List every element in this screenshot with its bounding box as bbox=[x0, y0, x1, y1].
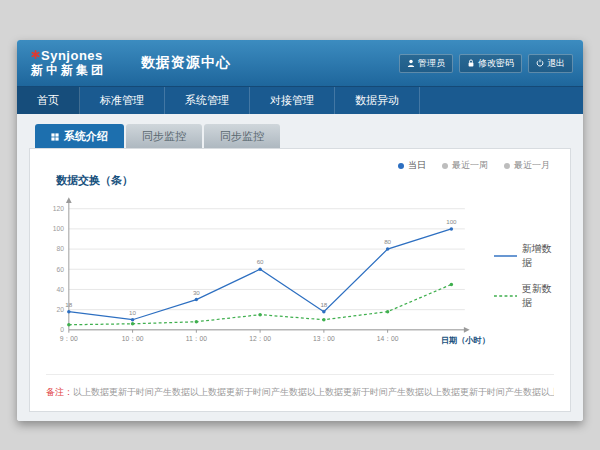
lock-icon bbox=[467, 59, 475, 67]
svg-text:12：00: 12：00 bbox=[249, 335, 271, 342]
svg-text:9：00: 9：00 bbox=[60, 335, 78, 342]
legend-filter-last-week[interactable]: 最近一周 bbox=[442, 159, 488, 172]
gray-dot-icon bbox=[504, 163, 510, 169]
gray-dot-icon bbox=[442, 163, 448, 169]
grid-icon bbox=[51, 133, 59, 141]
svg-text:20: 20 bbox=[57, 306, 65, 313]
svg-text:0: 0 bbox=[60, 326, 64, 333]
tab-system-intro-label: 系统介绍 bbox=[64, 129, 108, 144]
legend-filter-today-label: 当日 bbox=[408, 159, 426, 172]
app-header: Synjones 新中新集团 数据资源中心 管理员 修改密码 bbox=[17, 40, 583, 86]
nav-item-system-mgmt[interactable]: 系统管理 bbox=[165, 87, 250, 114]
tab-sync-monitor-1[interactable]: 同步监控 bbox=[126, 124, 202, 148]
tab-bar: 系统介绍 同步监控 同步监控 bbox=[35, 124, 571, 148]
svg-text:13：00: 13：00 bbox=[313, 335, 335, 342]
y-axis-title: 数据交换（条） bbox=[56, 173, 560, 188]
svg-text:100: 100 bbox=[446, 218, 457, 225]
admin-button[interactable]: 管理员 bbox=[399, 54, 453, 73]
logo-brand: Synjones bbox=[31, 49, 127, 63]
svg-text:18: 18 bbox=[65, 301, 72, 308]
series-legend: 新增数据 更新数据 bbox=[494, 242, 560, 310]
tab-system-intro[interactable]: 系统介绍 bbox=[35, 124, 124, 148]
footnote-prefix: 备注： bbox=[46, 387, 73, 397]
dashed-line-icon bbox=[494, 293, 517, 299]
svg-text:80: 80 bbox=[384, 238, 391, 245]
legend-update-data: 更新数据 bbox=[494, 282, 560, 310]
svg-text:40: 40 bbox=[57, 286, 65, 293]
legend-new-data-label: 新增数据 bbox=[522, 242, 560, 270]
svg-text:60: 60 bbox=[257, 258, 264, 265]
admin-button-label: 管理员 bbox=[418, 57, 445, 70]
svg-text:14：00: 14：00 bbox=[377, 335, 399, 342]
line-chart: 0204060801001209：0010：0011：0012：0013：001… bbox=[40, 190, 494, 362]
svg-text:18: 18 bbox=[320, 301, 327, 308]
svg-text:10: 10 bbox=[129, 309, 136, 316]
change-password-button[interactable]: 修改密码 bbox=[459, 54, 522, 73]
time-filter-legend: 当日 最近一周 最近一月 bbox=[398, 159, 550, 172]
content-area: 系统介绍 同步监控 同步监控 当日 最近一周 最近一月 数据交换 bbox=[17, 114, 583, 421]
main-nav: 首页 标准管理 系统管理 对接管理 数据异动 bbox=[17, 86, 583, 114]
blue-dot-icon bbox=[398, 163, 404, 169]
tab-sync-monitor-2[interactable]: 同步监控 bbox=[204, 124, 280, 148]
footnote-text: 以上数据更新于时间产生数据以上数据更新于时间产生数据以上数据更新于时间产生数据以… bbox=[73, 387, 554, 397]
legend-filter-today[interactable]: 当日 bbox=[398, 159, 426, 172]
svg-text:80: 80 bbox=[57, 245, 65, 252]
legend-update-data-label: 更新数据 bbox=[522, 282, 560, 310]
svg-text:10：00: 10：00 bbox=[122, 335, 144, 342]
nav-item-data-change[interactable]: 数据异动 bbox=[335, 87, 420, 114]
svg-text:日期（小时）: 日期（小时） bbox=[441, 336, 490, 345]
logout-button[interactable]: 退出 bbox=[528, 54, 573, 73]
footnote: 备注：以上数据更新于时间产生数据以上数据更新于时间产生数据以上数据更新于时间产生… bbox=[46, 374, 554, 399]
chart-panel: 当日 最近一周 最近一月 数据交换（条） 0204060801001209：00… bbox=[29, 148, 571, 412]
app-window: Synjones 新中新集团 数据资源中心 管理员 修改密码 bbox=[17, 40, 583, 421]
logo-company-text: 新中新集团 bbox=[31, 64, 127, 77]
logo-brand-text: Synjones bbox=[41, 49, 103, 63]
svg-text:11：00: 11：00 bbox=[186, 335, 207, 342]
user-icon bbox=[407, 59, 415, 67]
svg-text:60: 60 bbox=[57, 266, 65, 273]
solid-line-icon bbox=[494, 253, 517, 259]
logout-button-label: 退出 bbox=[547, 57, 565, 70]
power-icon bbox=[536, 59, 544, 67]
svg-text:120: 120 bbox=[53, 205, 64, 212]
svg-text:30: 30 bbox=[193, 289, 200, 296]
legend-filter-last-month[interactable]: 最近一月 bbox=[504, 159, 550, 172]
change-password-button-label: 修改密码 bbox=[478, 57, 514, 70]
nav-item-home[interactable]: 首页 bbox=[17, 87, 80, 114]
nav-item-standard-mgmt[interactable]: 标准管理 bbox=[80, 87, 165, 114]
header-actions: 管理员 修改密码 退出 bbox=[399, 54, 573, 73]
page-title: 数据资源中心 bbox=[141, 54, 231, 72]
legend-new-data: 新增数据 bbox=[494, 242, 560, 270]
legend-filter-last-month-label: 最近一月 bbox=[514, 159, 550, 172]
svg-text:100: 100 bbox=[53, 225, 64, 232]
chart-row: 0204060801001209：0010：0011：0012：0013：001… bbox=[40, 190, 560, 362]
logo-star-icon bbox=[31, 50, 40, 59]
logo: Synjones 新中新集团 bbox=[31, 49, 127, 77]
legend-filter-last-week-label: 最近一周 bbox=[452, 159, 488, 172]
nav-item-interface-mgmt[interactable]: 对接管理 bbox=[250, 87, 335, 114]
